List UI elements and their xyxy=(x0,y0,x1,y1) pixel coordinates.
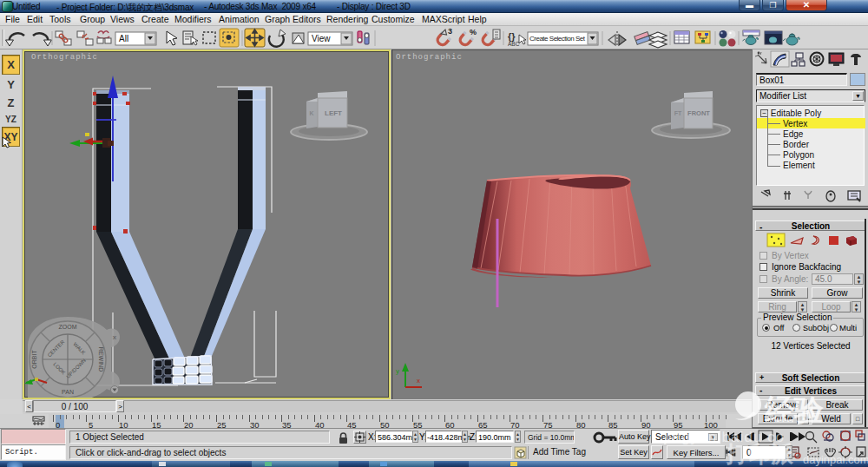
svg-text:Create Selection Set: Create Selection Set xyxy=(529,35,586,43)
svg-text:x: x xyxy=(417,377,420,385)
svg-text:x: x xyxy=(113,333,117,341)
svg-text:View: View xyxy=(312,34,331,43)
svg-text:ABC: ABC xyxy=(508,41,520,47)
svg-text:FRONT: FRONT xyxy=(687,109,710,117)
svg-text:3: 3 xyxy=(448,27,452,36)
svg-text:LEFT: LEFT xyxy=(325,109,342,117)
svg-text:PAN: PAN xyxy=(62,389,74,395)
svg-text:y: y xyxy=(396,367,399,375)
svg-text:ORBIT: ORBIT xyxy=(31,350,37,369)
svg-text:%: % xyxy=(470,28,477,36)
svg-text:FT: FT xyxy=(674,110,682,116)
svg-text:All: All xyxy=(119,34,128,43)
svg-text:REWIND: REWIND xyxy=(98,347,104,372)
svg-text:K: K xyxy=(309,110,313,116)
svg-text:ZOOM: ZOOM xyxy=(59,324,77,330)
